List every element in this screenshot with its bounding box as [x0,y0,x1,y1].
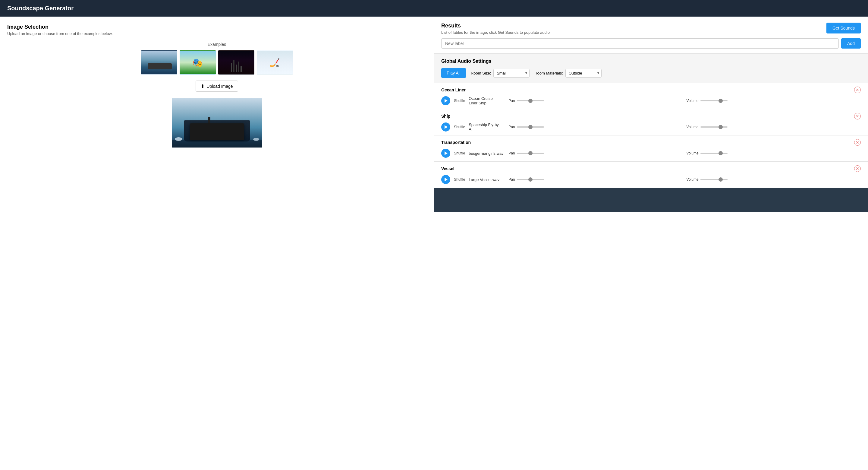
pan-slider[interactable] [517,126,544,127]
pan-label: Pan [508,125,515,129]
room-materials-label: Room Materials: [534,71,563,76]
sound-item-header: Transportation ✕ [441,139,861,146]
volume-slider[interactable] [701,153,727,154]
sound-name: Spaceship Fly-by,A [469,122,505,131]
sound-item-close-button[interactable]: ✕ [854,113,861,119]
room-size-label: Room Size: [471,71,491,76]
sound-item-controls: Shuffle Spaceship Fly-by,A Pan Volume [441,122,861,131]
global-audio-settings: Global Audio Settings Play All Room Size… [434,53,868,83]
pan-group: Pan [508,125,683,129]
upload-icon: ⬆ [201,83,205,89]
pan-label: Pan [508,151,515,155]
room-size-select[interactable]: Small Medium Large [493,69,530,78]
section-subtitle: Upload an image or choose from one of th… [7,31,427,36]
app-title: Soundscape Generator [7,5,73,11]
volume-slider[interactable] [701,179,727,180]
room-materials-select[interactable]: Outside Wood Concrete Carpet [565,69,601,78]
sound-items-list: Ocean Liner ✕ Shuffle Ocean CruiseLiner … [434,83,868,188]
sound-item: Transportation ✕ Shuffle busgermangirls.… [434,136,868,162]
pan-slider[interactable] [517,153,544,154]
sound-item-header: Vessel ✕ [441,165,861,172]
sound-name: Large Vessel.wav [469,177,505,182]
sound-item-header: Ocean Liner ✕ [441,87,861,93]
volume-label: Volume [687,151,699,155]
volume-group: Volume [687,151,861,155]
app-header: Soundscape Generator [0,0,868,17]
pan-label: Pan [508,99,515,103]
selected-image [172,98,262,148]
main-layout: Image Selection Upload an image or choos… [0,17,868,470]
volume-group: Volume [687,99,861,103]
section-title: Image Selection [7,24,427,30]
sound-item-label: Ocean Liner [441,87,466,92]
example-image-hockey[interactable]: 🏒 [257,50,293,75]
sound-item-controls: Shuffle Ocean CruiseLiner Ship Pan Volum… [441,96,861,105]
volume-slider[interactable] [701,100,727,101]
results-info: Results List of lables for the image, cl… [441,23,550,35]
example-image-concert[interactable] [218,50,254,75]
sound-play-button[interactable] [441,122,450,131]
upload-label: Upload Image [207,84,233,89]
global-settings-title: Global Audio Settings [441,59,861,64]
label-input-row: Add [434,38,868,53]
examples-label: Examples [7,42,427,47]
shuffle-label: Shuffle [454,125,465,129]
sound-item-close-button[interactable]: ✕ [854,165,861,172]
volume-slider[interactable] [701,126,727,127]
volume-label: Volume [687,125,699,129]
dark-bottom [434,188,868,212]
sound-item-label: Transportation [441,140,471,145]
volume-group: Volume [687,177,861,182]
add-label-button[interactable]: Add [841,38,861,49]
pan-group: Pan [508,151,683,155]
example-image-carnival[interactable]: 🎭 [180,50,216,75]
sound-play-button[interactable] [441,175,450,184]
sound-item-label: Ship [441,114,450,119]
room-size-group: Room Size: Small Medium Large [471,69,530,78]
shuffle-label: Shuffle [454,99,465,103]
shuffle-label: Shuffle [454,151,465,155]
pan-group: Pan [508,177,683,182]
sound-item-label: Vessel [441,166,455,171]
results-header: Results List of lables for the image, cl… [434,17,868,38]
pan-slider[interactable] [517,100,544,101]
get-sounds-button[interactable]: Get Sounds [827,23,861,33]
sound-item-header: Ship ✕ [441,113,861,119]
new-label-input[interactable] [441,38,839,49]
sound-item-close-button[interactable]: ✕ [854,139,861,146]
volume-label: Volume [687,99,699,103]
left-panel: Image Selection Upload an image or choos… [0,17,434,470]
sound-item-controls: Shuffle busgermangirls.wav Pan Volume [441,149,861,158]
right-panel: Results List of lables for the image, cl… [434,17,868,470]
sound-play-button[interactable] [441,96,450,105]
sound-item: Vessel ✕ Shuffle Large Vessel.wav Pan Vo… [434,162,868,188]
selected-image-container [7,98,427,148]
sound-name: Ocean CruiseLiner Ship [469,96,505,105]
examples-grid: 🎭 🏒 [7,50,427,75]
sound-item-close-button[interactable]: ✕ [854,87,861,93]
sound-item-controls: Shuffle Large Vessel.wav Pan Volume [441,175,861,184]
room-size-select-wrapper: Small Medium Large [493,69,530,78]
pan-group: Pan [508,99,683,103]
sound-item: Ship ✕ Shuffle Spaceship Fly-by,A Pan Vo… [434,109,868,136]
results-title: Results [441,23,550,29]
sound-name: busgermangirls.wav [469,151,505,156]
volume-group: Volume [687,125,861,129]
sound-item: Ocean Liner ✕ Shuffle Ocean CruiseLiner … [434,83,868,109]
sound-play-button[interactable] [441,149,450,158]
room-materials-group: Room Materials: Outside Wood Concrete Ca… [534,69,601,78]
shuffle-label: Shuffle [454,177,465,182]
results-subtitle: List of lables for the image, click Get … [441,30,550,35]
pan-slider[interactable] [517,179,544,180]
upload-image-button[interactable]: ⬆ Upload Image [195,81,238,92]
volume-label: Volume [687,177,699,182]
room-materials-select-wrapper: Outside Wood Concrete Carpet [565,69,601,78]
example-image-arctic[interactable] [141,50,177,75]
settings-controls: Play All Room Size: Small Medium Large R… [441,68,861,78]
play-all-button[interactable]: Play All [441,68,466,78]
pan-label: Pan [508,177,515,182]
